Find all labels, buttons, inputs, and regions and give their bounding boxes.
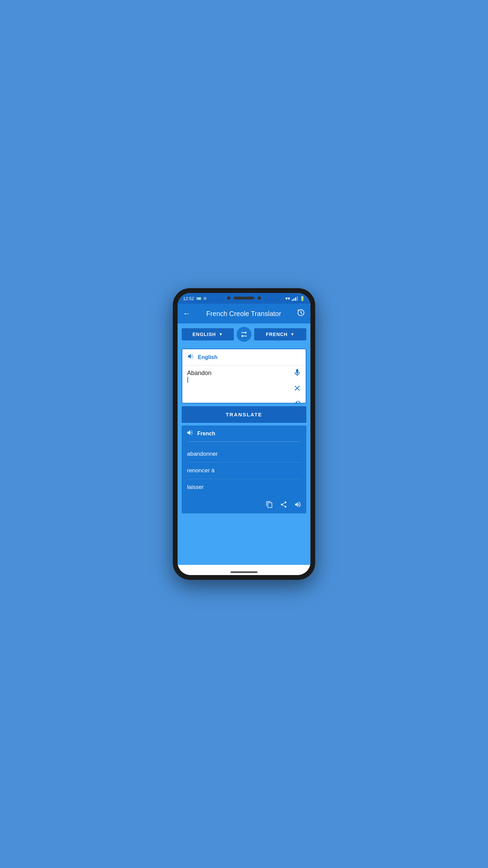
input-section: English Abandon — [182, 349, 306, 403]
microphone-icon — [293, 368, 302, 377]
clear-button[interactable] — [293, 384, 302, 395]
status-time: 12:52 — [183, 296, 194, 301]
wifi-icon: ▾▾ — [285, 296, 290, 301]
source-language-label: ENGLISH — [192, 332, 216, 337]
history-icon — [297, 309, 305, 317]
signal-bar-2 — [293, 298, 294, 301]
target-language-label: FRENCH — [266, 332, 287, 337]
target-language-button[interactable]: FRENCH ▼ — [254, 328, 306, 340]
copy-icon — [266, 501, 273, 508]
bottom-padding — [182, 513, 306, 520]
source-language-chevron: ▼ — [219, 332, 223, 337]
input-sound-icon[interactable] — [187, 353, 195, 362]
source-language-button[interactable]: ENGLISH ▼ — [182, 328, 234, 340]
output-body: abandonner renoncer à laisser — [182, 442, 306, 497]
app-title: French Creole Translator — [206, 310, 281, 318]
app-bar: ← French Creole Translator — [178, 304, 310, 323]
content-area: English Abandon — [178, 345, 310, 565]
translation-item-1: abandonner — [187, 446, 301, 462]
input-text: Abandon — [187, 370, 211, 376]
battery-icon: 🔋 — [300, 296, 305, 301]
speak-input-button[interactable] — [293, 399, 302, 403]
history-button[interactable] — [297, 309, 305, 319]
output-section: French abandonner renoncer à laisser — [182, 426, 306, 513]
swap-languages-button[interactable] — [237, 327, 251, 342]
camera-dot-2 — [258, 296, 261, 300]
output-speaker-icon — [186, 429, 194, 436]
signal-bars — [292, 296, 298, 301]
speaker-icon — [187, 353, 195, 360]
language-selector-row: ENGLISH ▼ FRENCH ▼ — [178, 323, 310, 345]
share-icon — [280, 501, 287, 508]
status-bar-right: ▾▾ 🔋 — [285, 296, 305, 301]
input-body[interactable]: Abandon — [182, 366, 306, 403]
phone-screen: 12:52 🪪 ⊘ ▾▾ 🔋 ← French Creole Translato… — [178, 293, 310, 575]
speaker-slot — [234, 297, 254, 299]
signal-bar-1 — [292, 299, 293, 301]
output-volume-icon — [294, 501, 302, 508]
input-section-label: English — [198, 354, 218, 360]
speak-output-button[interactable] — [294, 501, 302, 510]
status-bar-left: 12:52 🪪 ⊘ — [183, 296, 207, 301]
translate-button[interactable]: TRANSLATE — [182, 406, 306, 423]
microphone-button[interactable] — [293, 368, 302, 379]
share-button[interactable] — [280, 501, 287, 510]
translation-item-2: renoncer à — [187, 462, 301, 479]
signal-bar-3 — [295, 297, 296, 301]
phone-bottom-bar — [230, 571, 258, 573]
phone-frame: 12:52 🪪 ⊘ ▾▾ 🔋 ← French Creole Translato… — [173, 288, 315, 580]
input-text-display: Abandon — [187, 370, 301, 383]
back-button[interactable]: ← — [183, 309, 190, 318]
input-actions — [293, 368, 302, 403]
sim-icon: 🪪 — [196, 296, 201, 301]
translation-item-3: laisser — [187, 479, 301, 493]
output-section-label: French — [197, 431, 215, 437]
copy-button[interactable] — [266, 501, 273, 510]
bottom-area — [178, 565, 310, 575]
camera-dot — [227, 296, 230, 300]
input-section-header: English — [182, 349, 306, 366]
text-cursor — [187, 377, 188, 383]
output-footer — [182, 497, 306, 513]
output-sound-icon[interactable] — [186, 429, 194, 438]
target-language-chevron: ▼ — [290, 332, 295, 337]
close-icon — [293, 384, 302, 393]
phone-top-notch — [227, 296, 261, 300]
signal-bar-4 — [297, 296, 298, 301]
volume-icon — [293, 399, 302, 403]
output-section-header: French — [182, 426, 306, 441]
swap-icon — [240, 330, 248, 338]
circle-icon: ⊘ — [203, 296, 207, 301]
